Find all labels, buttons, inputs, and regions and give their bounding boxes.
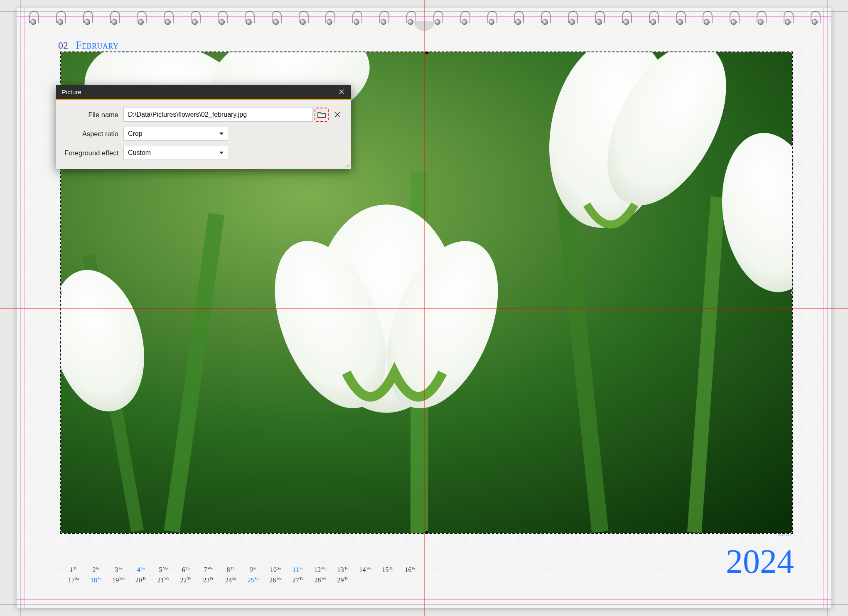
svg-point-21 — [349, 165, 349, 166]
day-cell: 6Tu — [175, 565, 197, 575]
svg-point-24 — [349, 167, 349, 167]
dialog-body: File name D:\Data\Pictures\flowers\02_fe… — [56, 100, 351, 169]
day-cell: 25Su — [242, 575, 264, 585]
day-cell: 17Sa — [62, 575, 85, 585]
resize-handle[interactable] — [60, 291, 62, 295]
svg-point-23 — [347, 167, 348, 167]
picture-dialog[interactable]: Picture File name D:\Data\Pictures\flowe… — [56, 85, 351, 169]
day-cell: 11Su — [287, 565, 309, 575]
foreground-effect-value: Custom — [128, 149, 151, 157]
center-guide-vertical — [424, 0, 425, 616]
svg-point-20 — [347, 165, 348, 166]
file-name-input[interactable]: D:\Data\Pictures\flowers\02_february.jpg — [123, 108, 313, 122]
folder-icon — [317, 111, 326, 118]
grip-icon — [345, 163, 350, 168]
dialog-close-button[interactable] — [336, 86, 347, 97]
month-header: 02 February — [58, 39, 118, 52]
day-cell: 14We — [354, 565, 376, 575]
day-cell: 22Th — [175, 575, 197, 585]
day-cell: 5Mo — [152, 565, 175, 575]
resize-handle[interactable] — [425, 531, 429, 534]
file-name-value: D:\Data\Pictures\flowers\02_february.jpg — [128, 111, 247, 118]
day-cell: 15Th — [376, 565, 399, 575]
day-cell: 10Sa — [264, 565, 287, 575]
day-cell: 2Fr — [85, 565, 107, 575]
foreground-effect-label: Foreground effect — [63, 149, 123, 157]
resize-handle[interactable] — [791, 52, 793, 54]
dialog-resize-grip[interactable] — [345, 163, 350, 168]
day-cell: 24Sa — [219, 575, 242, 585]
day-cell: 4Su — [130, 565, 152, 575]
close-icon — [334, 111, 341, 118]
day-cell: 23Fr — [197, 575, 219, 585]
day-cell: 3Sa — [107, 565, 130, 575]
file-name-label: File name — [63, 111, 123, 119]
resize-handle[interactable] — [791, 291, 793, 295]
aspect-ratio-label: Aspect ratio — [63, 130, 123, 138]
day-cell: 21We — [152, 575, 175, 585]
clear-file-button[interactable] — [330, 108, 344, 122]
day-cell: 13Tu — [332, 565, 354, 575]
day-cell: 9Fr — [242, 565, 264, 575]
day-cell: 28We — [309, 575, 332, 585]
dates-grid: 1Th2Fr3Sa4Su5Mo6Tu7We8Th9Fr10Sa11Su12Mo1… — [62, 565, 424, 585]
day-cell: 7We — [197, 565, 219, 575]
foreground-effect-select[interactable]: Custom — [123, 146, 228, 160]
dialog-title: Picture — [62, 88, 81, 96]
browse-button[interactable] — [315, 108, 329, 122]
day-cell: 1Th — [62, 565, 85, 575]
day-cell: 19Mo — [107, 575, 130, 585]
aspect-ratio-value: Crop — [128, 130, 143, 137]
year-label: 2024 — [726, 542, 794, 581]
resize-handle[interactable] — [425, 52, 429, 54]
events-label: Events — [778, 533, 791, 537]
dialog-titlebar[interactable]: Picture — [56, 85, 351, 99]
month-name: February — [76, 39, 118, 52]
aspect-ratio-select[interactable]: Crop — [123, 127, 228, 141]
day-cell: 16Fr — [399, 565, 421, 575]
day-cell: 29Th — [332, 575, 354, 585]
day-cell: 26Mo — [264, 575, 287, 585]
month-number: 02 — [58, 40, 68, 51]
svg-point-19 — [349, 163, 349, 164]
close-icon — [339, 89, 344, 94]
day-cell: 20Tu — [130, 575, 152, 585]
day-cell: 8Th — [219, 565, 242, 575]
day-cell: 27Tu — [287, 575, 309, 585]
resize-handle[interactable] — [60, 531, 62, 534]
svg-point-22 — [345, 167, 346, 167]
day-cell: 12Mo — [309, 565, 332, 575]
day-cell: 18Su — [85, 575, 107, 585]
